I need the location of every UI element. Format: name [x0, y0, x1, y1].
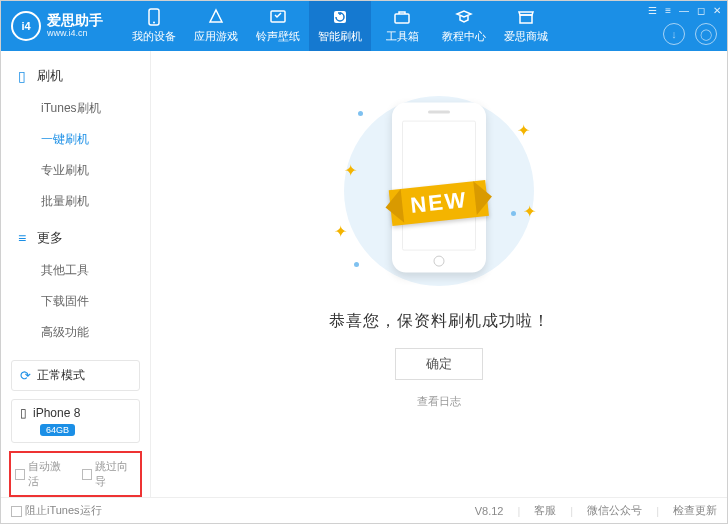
- mode-label: 正常模式: [37, 367, 85, 384]
- sidebar-group-more: ≡ 更多: [1, 223, 150, 253]
- ringtone-icon: [268, 8, 288, 26]
- block-itunes-checkbox[interactable]: 阻止iTunes运行: [11, 503, 102, 518]
- list-icon: ≡: [15, 230, 29, 246]
- top-nav: 我的设备 应用游戏 铃声壁纸 智能刷机 工具箱 教程中心: [123, 1, 557, 51]
- download-icon[interactable]: ↓: [663, 23, 685, 45]
- svg-rect-4: [395, 14, 409, 23]
- apps-icon: [206, 8, 226, 26]
- nav-label: 铃声壁纸: [256, 29, 300, 44]
- sidebar-item-batch-flash[interactable]: 批量刷机: [1, 186, 150, 217]
- nav-label: 爱思商城: [504, 29, 548, 44]
- sidebar-group-label: 更多: [37, 229, 63, 247]
- svg-rect-5: [520, 15, 532, 23]
- wechat-link[interactable]: 微信公众号: [587, 503, 642, 518]
- nav-label: 应用游戏: [194, 29, 238, 44]
- refresh-icon: ⟳: [20, 368, 31, 383]
- main-content: ✦ ✦ ✦ ✦ NEW 恭喜您，保资料刷机成功啦！ 确定 查看日志: [151, 51, 727, 497]
- titlebar: i4 爱思助手 www.i4.cn 我的设备 应用游戏 铃声壁纸 智能刷机: [1, 1, 727, 51]
- nav-my-device[interactable]: 我的设备: [123, 1, 185, 51]
- sidebar-group-flash: ▯ 刷机: [1, 61, 150, 91]
- mode-indicator[interactable]: ⟳ 正常模式: [11, 360, 140, 391]
- app-logo: i4 爱思助手 www.i4.cn: [1, 11, 113, 41]
- sparkle-icon: ✦: [334, 222, 347, 241]
- version-label: V8.12: [475, 505, 504, 517]
- sidebar-item-pro-flash[interactable]: 专业刷机: [1, 155, 150, 186]
- view-log-link[interactable]: 查看日志: [417, 394, 461, 409]
- device-box[interactable]: ▯ iPhone 8 64GB: [11, 399, 140, 443]
- menu-icon[interactable]: ≡: [665, 5, 671, 16]
- nav-store[interactable]: 爱思商城: [495, 1, 557, 51]
- sidebar-item-advanced[interactable]: 高级功能: [1, 317, 150, 348]
- store-icon: [516, 8, 536, 26]
- maximize-icon[interactable]: ◻: [697, 5, 705, 16]
- success-illustration: ✦ ✦ ✦ ✦ NEW: [314, 91, 564, 291]
- toolbox-icon: [392, 8, 412, 26]
- auto-activate-checkbox[interactable]: 自动激活: [15, 459, 70, 489]
- sparkle-icon: ✦: [523, 202, 536, 221]
- skin-icon[interactable]: ☰: [648, 5, 657, 16]
- app-title: 爱思助手: [47, 13, 103, 28]
- phone-icon: [144, 8, 164, 26]
- check-update-link[interactable]: 检查更新: [673, 503, 717, 518]
- storage-badge: 64GB: [40, 424, 75, 436]
- sidebar-item-itunes-flash[interactable]: iTunes刷机: [1, 93, 150, 124]
- sidebar-group-label: 刷机: [37, 67, 63, 85]
- nav-apps[interactable]: 应用游戏: [185, 1, 247, 51]
- user-icon[interactable]: ◯: [695, 23, 717, 45]
- tutorial-icon: [454, 8, 474, 26]
- nav-label: 智能刷机: [318, 29, 362, 44]
- flash-icon: [330, 8, 350, 26]
- nav-label: 工具箱: [386, 29, 419, 44]
- nav-label: 教程中心: [442, 29, 486, 44]
- options-highlight-box: 自动激活 跳过向导: [9, 451, 142, 497]
- ok-button[interactable]: 确定: [395, 348, 483, 380]
- sparkle-icon: ✦: [344, 161, 357, 180]
- sidebar-item-oneclick-flash[interactable]: 一键刷机: [1, 124, 150, 155]
- nav-tutorial[interactable]: 教程中心: [433, 1, 495, 51]
- success-message: 恭喜您，保资料刷机成功啦！: [329, 311, 550, 332]
- close-icon[interactable]: ✕: [713, 5, 721, 16]
- nav-toolbox[interactable]: 工具箱: [371, 1, 433, 51]
- nav-label: 我的设备: [132, 29, 176, 44]
- header-right-icons: ↓ ◯: [663, 23, 717, 45]
- device-name: iPhone 8: [33, 406, 80, 420]
- sidebar: ▯ 刷机 iTunes刷机 一键刷机 专业刷机 批量刷机 ≡ 更多 其他工具 下…: [1, 51, 151, 497]
- window-controls: ☰ ≡ — ◻ ✕: [648, 5, 721, 16]
- nav-ringtone[interactable]: 铃声壁纸: [247, 1, 309, 51]
- support-link[interactable]: 客服: [534, 503, 556, 518]
- sparkle-icon: ✦: [517, 121, 530, 140]
- svg-point-1: [153, 22, 155, 24]
- nav-flash[interactable]: 智能刷机: [309, 1, 371, 51]
- logo-icon: i4: [11, 11, 41, 41]
- sidebar-item-other-tools[interactable]: 其他工具: [1, 255, 150, 286]
- minimize-icon[interactable]: —: [679, 5, 689, 16]
- device-icon: ▯: [20, 406, 27, 420]
- skip-guide-checkbox[interactable]: 跳过向导: [82, 459, 137, 489]
- phone-outline-icon: ▯: [15, 68, 29, 84]
- sidebar-item-download-firmware[interactable]: 下载固件: [1, 286, 150, 317]
- status-bar: 阻止iTunes运行 V8.12 | 客服 | 微信公众号 | 检查更新: [1, 497, 727, 523]
- app-subtitle: www.i4.cn: [47, 29, 103, 39]
